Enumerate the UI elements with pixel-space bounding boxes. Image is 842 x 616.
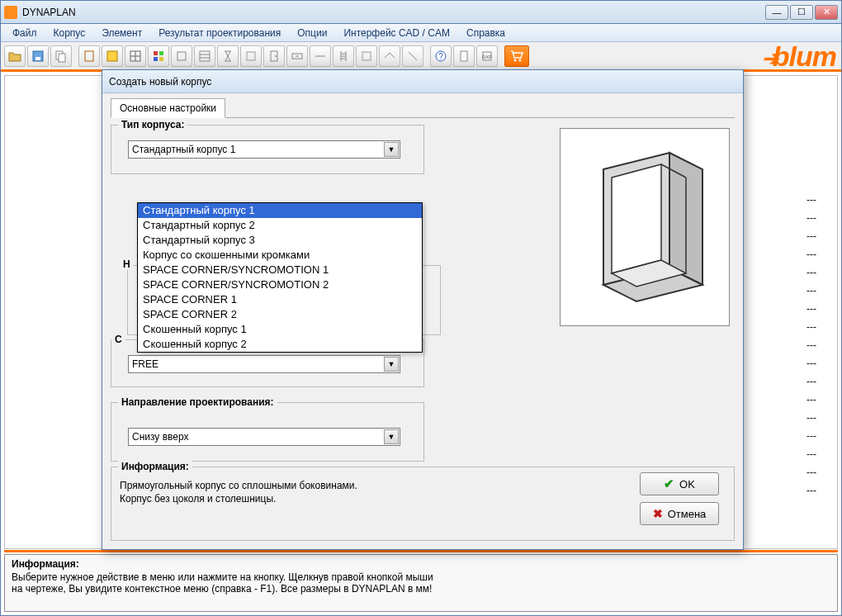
toolbar-open-icon[interactable] [4, 45, 26, 67]
tabstrip: Основные настройки [111, 98, 735, 118]
cancel-button[interactable]: ✖Отмена [640, 502, 719, 525]
toolbar-cabinet-icon[interactable] [78, 45, 100, 67]
menu-element[interactable]: Элемент [93, 25, 150, 41]
bottom-info-line1: Выберите нужное действие в меню или нажм… [12, 571, 830, 583]
bottom-info-line2: на чертеже, Вы увидите контекстное меню … [12, 583, 830, 595]
option-std1[interactable]: Стандартный корпус 1 [138, 203, 422, 218]
toolbar-tool4-icon[interactable] [379, 45, 400, 67]
chevron-down-icon[interactable]: ▼ [384, 142, 399, 157]
side-data-column: --------- --------- --------- --------- … [807, 191, 816, 500]
close-button[interactable]: ✕ [815, 5, 838, 20]
toolbar-export-icon[interactable]: DXF [476, 45, 498, 67]
combo-cabinet-type[interactable]: Стандартный корпус 1 ▼ [128, 140, 400, 159]
dialog-title: Создать новый корпус [109, 76, 211, 88]
cross-icon: ✖ [653, 507, 663, 520]
svg-rect-13 [177, 52, 186, 60]
combo-type-value: Стандартный корпус 1 [132, 144, 235, 155]
option-sync2[interactable]: SPACE CORNER/SYNCROMOTION 2 [138, 277, 422, 292]
toolbar: ? DXF ➔blum [1, 42, 841, 72]
app-window: DYNAPLAN — ☐ ✕ Файл Корпус Элемент Резул… [0, 0, 842, 616]
svg-rect-17 [247, 52, 255, 60]
svg-rect-14 [200, 51, 210, 61]
menu-korpus[interactable]: Корпус [45, 25, 94, 41]
svg-rect-10 [159, 51, 163, 55]
dialog-info-header: Информация: [118, 461, 192, 472]
option-bevel[interactable]: Корпус со скошенными кромками [138, 248, 422, 263]
svg-marker-40 [612, 164, 661, 273]
option-slant1[interactable]: Скошенный корпус 1 [138, 322, 422, 337]
menu-result[interactable]: Результат проектирования [150, 25, 289, 41]
maximize-button[interactable]: ☐ [790, 5, 813, 20]
toolbar-panel-icon[interactable] [171, 45, 192, 67]
toolbar-grid-color-icon[interactable] [148, 45, 169, 67]
option-sync1[interactable]: SPACE CORNER/SYNCROMOTION 1 [138, 263, 422, 277]
svg-text:?: ? [438, 52, 443, 61]
hidden-label-c: С [111, 334, 125, 345]
svg-rect-11 [154, 57, 158, 61]
svg-rect-5 [107, 51, 117, 61]
menu-file[interactable]: Файл [4, 25, 45, 41]
bottom-info-panel: Информация: Выберите нужное действие в м… [4, 554, 838, 612]
combo-type-dropdown[interactable]: Стандартный корпус 1 Стандартный корпус … [137, 202, 423, 353]
svg-text:DXF: DXF [482, 54, 492, 59]
combo-direction[interactable]: Снизу вверх ▼ [128, 428, 400, 446]
toolbar-shelf-icon[interactable] [194, 45, 215, 67]
toolbar-doc-icon[interactable] [453, 45, 475, 67]
toolbar-highlight-icon[interactable] [102, 45, 123, 67]
svg-rect-1 [35, 57, 40, 60]
group-direction: Направление проектирования: Снизу вверх … [111, 402, 424, 462]
svg-rect-28 [362, 52, 371, 60]
titlebar: DYNAPLAN — ☐ ✕ [1, 1, 841, 24]
toolbar-tool2-icon[interactable] [310, 45, 331, 67]
option-slant2[interactable]: Скошенный корпус 2 [138, 337, 422, 352]
toolbar-timer-icon[interactable] [217, 45, 239, 67]
toolbar-tool3-icon[interactable] [356, 45, 377, 67]
window-title: DYNAPLAN [22, 7, 765, 18]
menubar: Файл Корпус Элемент Результат проектиров… [1, 24, 841, 42]
toolbar-grid-icon[interactable] [125, 45, 146, 67]
info-line1: Прямоугольный корпус со сплошными бокови… [120, 479, 726, 492]
combo-direction-value: Снизу вверх [132, 431, 189, 443]
toolbar-tool1-icon[interactable] [240, 45, 262, 67]
svg-point-19 [275, 55, 277, 57]
combo-free[interactable]: FREE ▼ [128, 355, 400, 373]
toolbar-copy-icon[interactable] [50, 45, 72, 67]
bottom-info-header: Информация: [12, 558, 830, 570]
toolbar-cart-icon[interactable] [504, 45, 529, 67]
menu-help[interactable]: Справка [458, 25, 513, 41]
menu-cad[interactable]: Интерфейс CAD / CAM [335, 25, 458, 41]
svg-point-36 [519, 59, 522, 61]
hidden-label-h: Н [121, 258, 133, 270]
svg-rect-32 [461, 51, 467, 61]
option-corner1[interactable]: SPACE CORNER 1 [138, 292, 422, 307]
option-corner2[interactable]: SPACE CORNER 2 [138, 307, 422, 322]
option-std2[interactable]: Стандартный корпус 2 [138, 218, 422, 233]
chevron-down-icon[interactable]: ▼ [384, 357, 399, 372]
group-cabinet-type: Тип корпуса: Стандартный корпус 1 ▼ [111, 125, 424, 174]
svg-line-29 [409, 52, 417, 60]
app-icon [4, 6, 17, 19]
separator [4, 550, 838, 552]
toolbar-tool5-icon[interactable] [402, 45, 423, 67]
brand-logo: ➔blum [762, 40, 836, 73]
toolbar-help-icon[interactable]: ? [430, 45, 452, 67]
group-direction-label: Направление проектирования: [118, 396, 277, 408]
ok-button[interactable]: ✔OK [640, 472, 719, 495]
chevron-down-icon[interactable]: ▼ [384, 429, 399, 444]
svg-point-35 [514, 59, 517, 61]
toolbar-ladder-icon[interactable] [333, 45, 354, 67]
toolbar-door-icon[interactable] [263, 45, 285, 67]
option-std3[interactable]: Стандартный корпус 3 [138, 233, 422, 248]
tab-main-settings[interactable]: Основные настройки [111, 98, 225, 118]
dialog-info-group: Информация: Прямоугольный корпус со спло… [111, 467, 735, 541]
minimize-button[interactable]: — [765, 5, 788, 20]
toolbar-save-icon[interactable] [27, 45, 49, 67]
dialog-titlebar: Создать новый корпус [102, 70, 743, 93]
cabinet-preview [560, 128, 730, 326]
check-icon: ✔ [664, 476, 674, 491]
combo-free-value: FREE [132, 358, 158, 370]
info-line2: Корпус без цоколя и столешницы. [120, 492, 726, 505]
svg-rect-9 [154, 51, 158, 55]
menu-options[interactable]: Опции [289, 25, 335, 41]
toolbar-drawer-icon[interactable] [286, 45, 308, 67]
